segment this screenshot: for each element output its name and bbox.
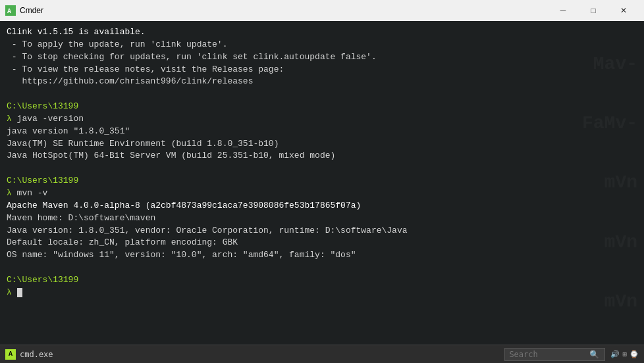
- network-icon[interactable]: ⊞: [622, 350, 627, 358]
- status-bar-left: A cmd.exe: [5, 349, 53, 360]
- search-button[interactable]: 🔍: [588, 350, 601, 359]
- status-bar-right: 🔍 🔊 ⊞ ⌚: [504, 348, 639, 361]
- status-process-label: cmd.exe: [20, 350, 53, 359]
- status-app-icon: A: [5, 349, 16, 360]
- search-box: 🔍: [504, 348, 605, 361]
- volume-icon[interactable]: 🔊: [610, 350, 620, 358]
- close-button[interactable]: ✕: [608, 0, 639, 21]
- window-title: Cmder: [20, 6, 548, 15]
- title-bar: A Cmder ─ □ ✕: [0, 0, 644, 21]
- app-icon: A: [5, 5, 16, 16]
- search-input[interactable]: [509, 350, 588, 359]
- status-bar: A cmd.exe 🔍 🔊 ⊞ ⌚: [0, 345, 644, 363]
- minimize-button[interactable]: ─: [548, 0, 578, 21]
- terminal-wrapper: Mav- FaMv- mVn mVn mVn Clink v1.5.15 is …: [0, 21, 644, 363]
- clock-icon: ⌚: [630, 350, 639, 358]
- system-tray-icons: 🔊 ⊞ ⌚: [610, 350, 639, 358]
- terminal-output: Clink v1.5.15 is available. - To apply t…: [7, 26, 637, 299]
- window-controls: ─ □ ✕: [548, 0, 639, 21]
- svg-text:A: A: [7, 8, 11, 15]
- terminal-content[interactable]: Mav- FaMv- mVn mVn mVn Clink v1.5.15 is …: [0, 21, 644, 345]
- maximize-button[interactable]: □: [578, 0, 608, 21]
